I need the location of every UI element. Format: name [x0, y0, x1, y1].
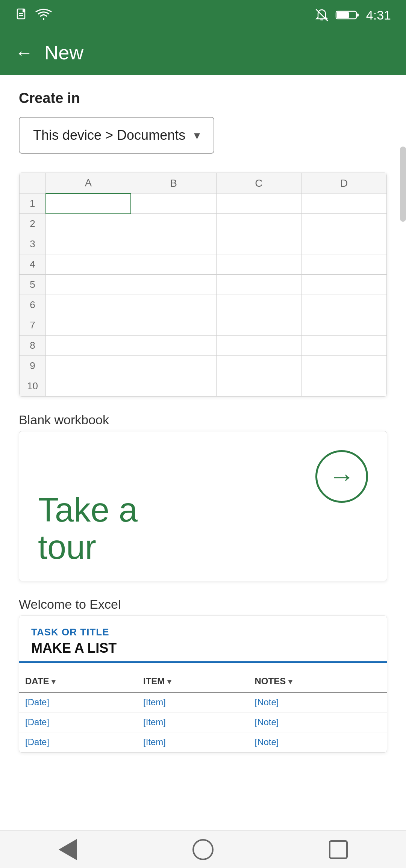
nav-back-triangle-icon: [59, 839, 77, 860]
take-a-tour-card[interactable]: → Take atour: [19, 431, 387, 581]
location-text: This device > Documents: [33, 127, 185, 143]
status-bar: 4:31: [0, 0, 406, 30]
table-row: 10: [20, 376, 387, 396]
table-row: 3: [20, 234, 387, 254]
bell-mute-icon: [315, 8, 329, 22]
table-row: 6: [20, 295, 387, 315]
list-table-wrapper: DATE ▾ ITEM ▾ NOTES ▾ [Date] [Item]: [19, 671, 387, 752]
cell-item-2: [Item]: [137, 712, 249, 732]
status-right-icons: 4:31: [315, 8, 391, 23]
table-row: 2: [20, 214, 387, 234]
list-table-header-row: DATE ▾ ITEM ▾ NOTES ▾: [19, 671, 387, 692]
nav-bar: [0, 830, 406, 868]
table-row: 5: [20, 275, 387, 295]
list-card-subtitle: TASK OR TITLE: [31, 626, 375, 638]
blank-workbook-card[interactable]: A B C D 1 2 3 4: [19, 172, 387, 397]
file-icon: [15, 8, 29, 22]
make-a-list-card[interactable]: TASK OR TITLE MAKE A LIST DATE ▾ ITEM ▾ …: [19, 615, 387, 753]
svg-rect-7: [337, 12, 349, 18]
nav-back-button[interactable]: [53, 835, 83, 865]
nav-home-circle-icon: [192, 839, 214, 860]
tour-text: Take atour: [38, 491, 138, 566]
location-dropdown[interactable]: This device > Documents ▾: [19, 117, 214, 154]
welcome-to-excel-label: Welcome to Excel: [19, 590, 387, 615]
cell-date-2: [Date]: [19, 712, 137, 732]
create-in-label: Create in: [19, 90, 387, 106]
spreadsheet-preview: A B C D 1 2 3 4: [19, 173, 387, 396]
table-row: 9: [20, 356, 387, 376]
col-notes: NOTES ▾: [249, 671, 387, 692]
status-left-icons: [15, 8, 52, 22]
battery-icon: [335, 8, 359, 22]
list-card-title: MAKE A LIST: [31, 640, 375, 656]
table-row: 4: [20, 254, 387, 275]
app-bar: ← New: [0, 30, 406, 75]
list-card-header: TASK OR TITLE MAKE A LIST: [19, 616, 387, 656]
cell-item-1: [Item]: [137, 692, 249, 712]
svg-rect-6: [356, 14, 359, 17]
table-row: 1: [20, 194, 387, 214]
back-button[interactable]: ←: [15, 42, 33, 63]
cell-date-3: [Date]: [19, 732, 137, 752]
table-row: 8: [20, 336, 387, 356]
status-time: 4:31: [366, 8, 391, 23]
tour-arrow-circle: →: [315, 450, 368, 503]
cell-item-3: [Item]: [137, 732, 249, 752]
table-row: 7: [20, 315, 387, 336]
scrollbar[interactable]: [400, 147, 406, 222]
cell-note-3: [Note]: [249, 732, 387, 752]
list-card-divider: [19, 661, 387, 663]
cell-date-1: [Date]: [19, 692, 137, 712]
dropdown-arrow-icon: ▾: [194, 128, 200, 142]
col-date: DATE ▾: [19, 671, 137, 692]
nav-recent-square-icon: [329, 840, 348, 859]
list-item: [Date] [Item] [Note]: [19, 712, 387, 732]
main-content: Create in This device > Documents ▾ A B …: [0, 75, 406, 830]
cell-note-1: [Note]: [249, 692, 387, 712]
list-item: [Date] [Item] [Note]: [19, 732, 387, 752]
list-item: [Date] [Item] [Note]: [19, 692, 387, 712]
col-item: ITEM ▾: [137, 671, 249, 692]
nav-home-button[interactable]: [188, 835, 218, 865]
page-title: New: [44, 41, 83, 64]
blank-workbook-label: Blank workbook: [19, 406, 387, 431]
tour-arrow-icon: →: [329, 463, 355, 490]
wifi-icon: [35, 8, 52, 22]
nav-recent-button[interactable]: [323, 835, 353, 865]
cell-note-2: [Note]: [249, 712, 387, 732]
